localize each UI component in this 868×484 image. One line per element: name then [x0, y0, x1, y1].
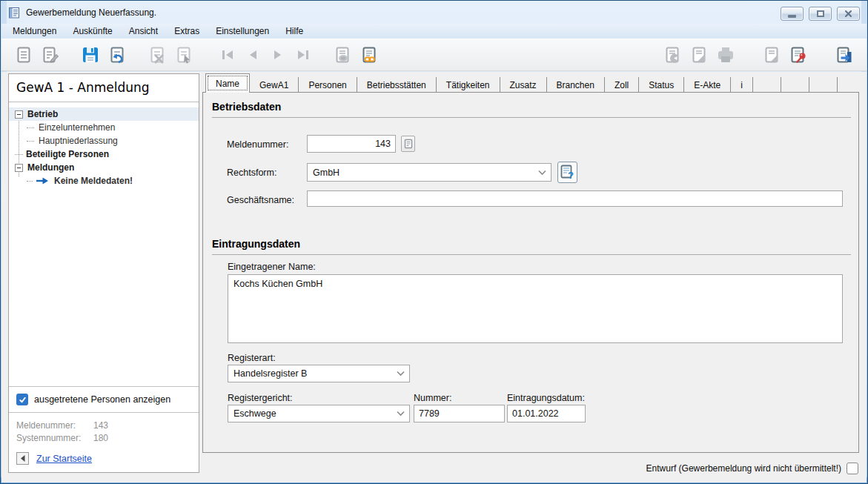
- nummer-input[interactable]: [414, 405, 505, 422]
- tree-item-label: Keine Meldedaten!: [54, 176, 133, 186]
- geschaeftsname-label: Geschäftsname:: [227, 195, 294, 205]
- save-button[interactable]: [77, 42, 104, 67]
- minimize-icon: [788, 15, 796, 18]
- eingetragener-name-label: Eingetragener Name:: [228, 262, 316, 272]
- geschaeftsname-input[interactable]: [307, 190, 843, 207]
- collapse-icon[interactable]: [15, 164, 23, 172]
- revert-report-button[interactable]: [104, 42, 130, 67]
- tree-item-label: Betrieb: [27, 109, 58, 119]
- tab-personen[interactable]: Personen: [299, 77, 357, 93]
- registergericht-label: Registergericht:: [228, 393, 293, 403]
- revert-report-icon: [107, 45, 127, 64]
- report-draft-button[interactable]: [758, 42, 785, 67]
- home-link[interactable]: Zur Startseite: [36, 454, 92, 464]
- exit-button[interactable]: [831, 42, 858, 67]
- menu-item-ansicht[interactable]: Ansicht: [121, 24, 166, 38]
- tab-zusatz[interactable]: Zusatz: [500, 77, 547, 93]
- collapse-icon[interactable]: [15, 110, 23, 119]
- stamp-report-button[interactable]: [329, 42, 356, 67]
- report-preview-button[interactable]: [659, 42, 686, 67]
- tab-zoll[interactable]: Zoll: [605, 77, 639, 93]
- sidebar-title: GewA 1 - Anmeldung: [9, 74, 199, 102]
- menu-item-hilfe[interactable]: Hilfe: [277, 24, 311, 38]
- rechtsform-select[interactable]: GmbH: [307, 163, 551, 182]
- restore-button[interactable]: [809, 7, 832, 21]
- tree-item-hauptniederlassung[interactable]: Hauptniederlassung: [9, 134, 199, 147]
- rechtsform-label: Rechtsform:: [227, 168, 276, 178]
- tab-betriebsstaetten[interactable]: Betriebsstätten: [357, 77, 437, 93]
- report-preview-icon: [663, 45, 682, 64]
- tree-item-beteiligte-personen[interactable]: Beteiligte Personen: [9, 147, 199, 161]
- registergericht-select[interactable]: Eschwege: [228, 405, 410, 422]
- tree-item-einzelunternehmen[interactable]: Einzelunternehmen: [9, 121, 199, 134]
- note-pin-button[interactable]: [785, 42, 812, 67]
- nav-first-icon: [220, 48, 235, 62]
- eingetragener-name-textarea[interactable]: Kochs Küchen GmbH: [228, 274, 843, 343]
- select-report-button[interactable]: [170, 42, 197, 67]
- meldenummer-label: Meldenummer:: [227, 139, 288, 150]
- tree-connector: [27, 127, 34, 128]
- meldenummer-lookup-button[interactable]: [401, 136, 415, 152]
- close-button[interactable]: [837, 7, 860, 21]
- toolbar: [1, 39, 867, 71]
- tab-taetigkeiten[interactable]: Tätigkeiten: [437, 77, 500, 93]
- chevron-down-icon: [397, 371, 405, 377]
- minimize-button[interactable]: [781, 7, 804, 21]
- tabstrip: Name GewA1 Personen Betriebsstätten Täti…: [202, 73, 859, 93]
- tree-item-label: Hauptniederlassung: [39, 136, 118, 146]
- eintragungsdatum-input[interactable]: [507, 405, 586, 422]
- link-report-button[interactable]: [356, 42, 382, 67]
- section-divider: [212, 254, 851, 255]
- delete-report-button[interactable]: [144, 42, 170, 67]
- print-button[interactable]: [712, 42, 739, 67]
- new-report-button[interactable]: [10, 42, 37, 67]
- tree-connector: [27, 181, 33, 182]
- meldenummer-input[interactable]: [307, 135, 396, 153]
- section-divider: [212, 117, 851, 118]
- chevron-left-icon: [19, 454, 26, 463]
- tree-connector: [27, 141, 34, 142]
- close-icon: [844, 10, 852, 18]
- collapse-sidebar-button[interactable]: [16, 452, 29, 465]
- nav-previous-icon: [247, 48, 259, 62]
- print-icon: [715, 45, 736, 64]
- select-report-icon: [174, 45, 193, 64]
- tab-empty-2: [781, 77, 809, 93]
- nav-first-button[interactable]: [215, 42, 240, 67]
- nav-last-button[interactable]: [291, 42, 316, 67]
- registerart-selected-value: Handelsregister B: [233, 368, 307, 379]
- rechtsform-help-button[interactable]: ?: [557, 162, 577, 183]
- tree-item-keine-meldedaten[interactable]: Keine Meldedaten!: [9, 174, 199, 188]
- tab-name[interactable]: Name: [205, 73, 250, 93]
- rechtsform-selected-value: GmbH: [313, 168, 339, 178]
- tree-item-meldungen[interactable]: Meldungen: [9, 161, 199, 174]
- tab-status[interactable]: Status: [639, 77, 684, 93]
- nav-previous-button[interactable]: [240, 42, 265, 67]
- draft-checkbox[interactable]: [847, 463, 858, 474]
- tab-empty-1: [753, 77, 781, 93]
- meldenummer-meta-value: 143: [93, 420, 191, 432]
- menu-item-einstellungen[interactable]: Einstellungen: [208, 24, 277, 38]
- menu-item-extras[interactable]: Extras: [166, 24, 208, 38]
- tab-info[interactable]: i: [731, 77, 753, 93]
- exit-icon: [835, 45, 854, 64]
- tab-gewa1[interactable]: GewA1: [250, 77, 299, 93]
- menu-item-meldungen[interactable]: Meldungen: [4, 24, 64, 38]
- tab-e-akte[interactable]: E-Akte: [684, 77, 731, 93]
- registerart-select[interactable]: Handelsregister B: [228, 365, 410, 382]
- edit-report-button[interactable]: [37, 42, 64, 67]
- menu-item-auskuenfte[interactable]: Auskünfte: [64, 24, 120, 38]
- link-report-icon: [360, 45, 379, 64]
- chevron-down-icon: [538, 170, 546, 175]
- tree-item-label: Meldungen: [27, 162, 74, 173]
- show-retired-persons-checkbox[interactable]: [16, 394, 28, 405]
- report-sign-icon: [689, 45, 709, 64]
- nav-next-button[interactable]: [265, 42, 291, 67]
- nav-next-icon: [272, 48, 284, 62]
- edit-report-icon: [41, 45, 60, 64]
- report-sign-button[interactable]: [686, 42, 712, 67]
- tree-item-betrieb[interactable]: Betrieb: [9, 107, 199, 121]
- app-window: Gewerbemeldung Neuerfassung. Meldungen A…: [0, 0, 868, 484]
- document-question-icon: ?: [560, 165, 574, 180]
- tab-branchen[interactable]: Branchen: [547, 77, 605, 93]
